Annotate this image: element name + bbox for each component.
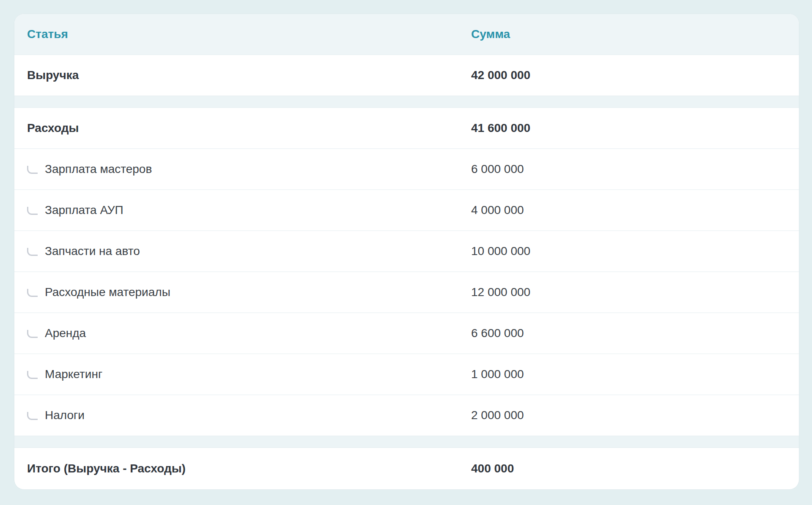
row-value: 1 000 000 (471, 368, 799, 381)
table-row-consumables: Расходные материалы12 000 000 (14, 272, 799, 313)
indent-corner-icon (27, 207, 38, 215)
row-label-text: Расходы (27, 121, 79, 135)
row-label-cell: Аренда (14, 327, 471, 340)
row-label-cell: Выручка (14, 69, 471, 82)
table-row-taxes: Налоги2 000 000 (14, 395, 799, 436)
table-row-salary-aup: Зарплата АУП4 000 000 (14, 190, 799, 231)
row-value: 12 000 000 (471, 285, 799, 299)
row-label-text: Маркетинг (45, 368, 102, 381)
row-label-cell: Расходы (14, 121, 471, 135)
spacer-row (14, 96, 799, 108)
column-header-amount: Сумма (471, 27, 799, 41)
row-value: 10 000 000 (471, 244, 799, 258)
indent-corner-icon (27, 371, 38, 379)
row-label-cell: Маркетинг (14, 368, 471, 381)
table-header-row: Статья Сумма (14, 14, 799, 55)
row-label-cell: Запчасти на авто (14, 244, 471, 258)
row-value: 6 600 000 (471, 327, 799, 340)
row-label-text: Зарплата АУП (45, 203, 123, 217)
row-label-cell: Итого (Выручка - Расходы) (14, 462, 471, 475)
row-label-cell: Налоги (14, 409, 471, 422)
row-label-cell: Зарплата мастеров (14, 162, 471, 176)
row-value: 2 000 000 (471, 409, 799, 422)
row-value: 42 000 000 (471, 69, 799, 82)
row-value: 400 000 (471, 462, 799, 475)
row-value: 41 600 000 (471, 121, 799, 135)
table-body: Выручка42 000 000Расходы41 600 000Зарпла… (14, 55, 799, 489)
finance-table-card: Статья Сумма Выручка42 000 000Расходы41 … (14, 14, 799, 490)
row-label-cell: Зарплата АУП (14, 203, 471, 217)
table-row-total: Итого (Выручка - Расходы)400 000 (14, 448, 799, 489)
indent-corner-icon (27, 412, 38, 420)
row-label-text: Запчасти на авто (45, 244, 140, 258)
table-row-car-parts: Запчасти на авто10 000 000 (14, 231, 799, 272)
row-label-text: Аренда (45, 327, 86, 340)
indent-corner-icon (27, 166, 38, 174)
table-row-salary-masters: Зарплата мастеров6 000 000 (14, 149, 799, 190)
column-header-article: Статья (14, 27, 471, 41)
row-value: 4 000 000 (471, 203, 799, 217)
row-label-text: Итого (Выручка - Расходы) (27, 462, 186, 475)
row-label-text: Расходные материалы (45, 285, 170, 299)
indent-corner-icon (27, 330, 38, 338)
indent-corner-icon (27, 248, 38, 256)
row-label-text: Выручка (27, 69, 79, 82)
table-row-expenses: Расходы41 600 000 (14, 108, 799, 149)
indent-corner-icon (27, 289, 38, 297)
row-value: 6 000 000 (471, 162, 799, 176)
table-row-rent: Аренда6 600 000 (14, 313, 799, 354)
row-label-cell: Расходные материалы (14, 285, 471, 299)
spacer-row (14, 436, 799, 448)
table-row-revenue: Выручка42 000 000 (14, 55, 799, 96)
row-label-text: Зарплата мастеров (45, 162, 152, 176)
table-row-marketing: Маркетинг1 000 000 (14, 354, 799, 395)
row-label-text: Налоги (45, 409, 85, 422)
